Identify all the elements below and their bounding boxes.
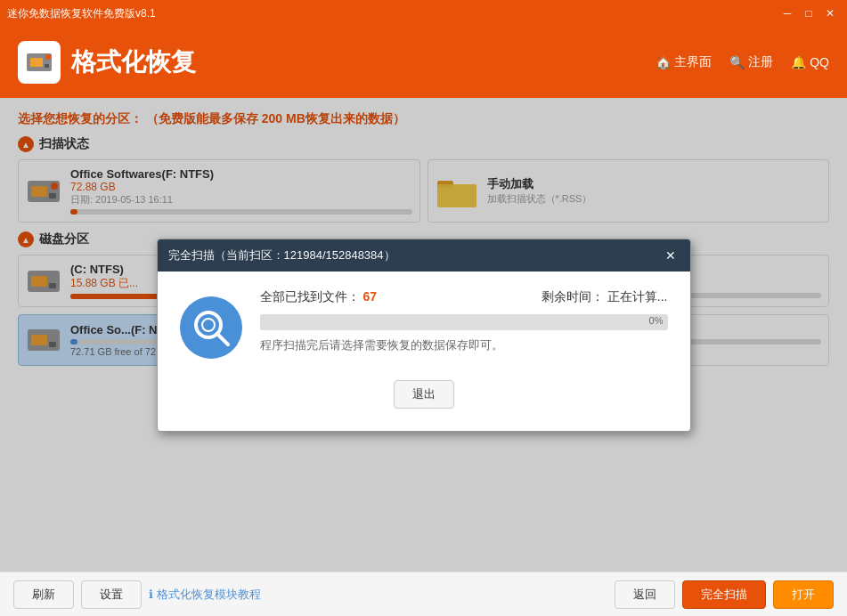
footer-left: 刷新 设置 ℹ 格式化恢复模块教程 — [13, 580, 261, 609]
nav-qq-label: QQ — [810, 55, 829, 69]
app-title: 迷你免数据恢复软件免费版v8.1 — [7, 6, 156, 21]
svg-rect-2 — [45, 64, 49, 68]
nav-register-label: 注册 — [748, 54, 773, 70]
main-content: 选择您想恢复的分区： （免费版能最多保存 200 MB恢复出来的数据） ▲ 扫描… — [0, 98, 847, 571]
nav-home-label: 主界面 — [674, 54, 712, 70]
scan-animation-icon — [180, 296, 242, 359]
app-icon — [18, 41, 61, 84]
files-found-label: 全部已找到文件： 67 — [260, 289, 377, 305]
progress-text: 0% — [649, 315, 664, 326]
title-bar: 迷你免数据恢复软件免费版v8.1 ─ □ ✕ — [0, 0, 847, 27]
svg-point-3 — [45, 54, 51, 60]
dialog-close-button[interactable]: ✕ — [662, 247, 680, 264]
dialog-info: 全部已找到文件： 67 剩余时间： 正在计算... 0% — [260, 289, 668, 367]
window-controls: ─ □ ✕ — [778, 5, 840, 21]
nav-home[interactable]: 🏠 主界面 — [656, 54, 712, 70]
nav-qq[interactable]: 🔔 QQ — [791, 55, 829, 69]
header-title: 格式化恢复 — [71, 45, 196, 79]
settings-button[interactable]: 设置 — [81, 580, 142, 609]
full-scan-button[interactable]: 完全扫描 — [682, 580, 766, 609]
dialog-exit-button[interactable]: 退出 — [394, 380, 454, 409]
qq-icon: 🔔 — [791, 55, 806, 69]
dialog-overlay: 完全扫描（当前扫区：121984/152848384） ✕ — [0, 98, 847, 571]
dialog-title-bar: 完全扫描（当前扫区：121984/152848384） ✕ — [158, 239, 690, 272]
back-button[interactable]: 返回 — [615, 580, 675, 609]
svg-line-24 — [217, 334, 228, 344]
nav-register[interactable]: 🔍 注册 — [729, 54, 773, 70]
header: 格式化恢复 🏠 主界面 🔍 注册 🔔 QQ — [0, 27, 847, 98]
dialog-body: 全部已找到文件： 67 剩余时间： 正在计算... 0% — [158, 272, 690, 431]
time-remaining-value: 正在计算... — [607, 289, 668, 304]
files-found-count: 67 — [362, 289, 377, 304]
register-icon: 🔍 — [729, 55, 745, 69]
svg-rect-1 — [30, 58, 43, 67]
footer-right: 返回 完全扫描 打开 — [615, 580, 834, 609]
header-nav: 🏠 主界面 🔍 注册 🔔 QQ — [656, 54, 829, 70]
progress-bar: 0% — [260, 314, 668, 330]
tutorial-label: 格式化恢复模块教程 — [157, 587, 261, 603]
dialog-title: 完全扫描（当前扫区：121984/152848384） — [168, 247, 395, 263]
maximize-button[interactable]: □ — [799, 5, 818, 21]
tutorial-link[interactable]: ℹ 格式化恢复模块教程 — [149, 580, 261, 609]
dialog-footer: 退出 — [180, 380, 668, 413]
open-button[interactable]: 打开 — [773, 580, 834, 609]
info-icon: ℹ — [149, 588, 153, 601]
close-button[interactable]: ✕ — [820, 5, 840, 21]
scan-dialog: 完全扫描（当前扫区：121984/152848384） ✕ — [157, 239, 691, 432]
logo-area: 格式化恢复 — [18, 41, 196, 84]
dialog-hint: 程序扫描完后请选择需要恢复的数据保存即可。 — [260, 337, 668, 353]
minimize-button[interactable]: ─ — [778, 5, 797, 21]
refresh-button[interactable]: 刷新 — [13, 580, 74, 609]
dialog-stats-row: 全部已找到文件： 67 剩余时间： 正在计算... — [260, 289, 668, 305]
home-icon: 🏠 — [656, 55, 671, 69]
dialog-main-row: 全部已找到文件： 67 剩余时间： 正在计算... 0% — [180, 289, 668, 367]
time-remaining-label: 剩余时间： 正在计算... — [542, 289, 668, 305]
svg-point-25 — [202, 319, 215, 331]
footer: 刷新 设置 ℹ 格式化恢复模块教程 返回 完全扫描 打开 — [0, 571, 847, 616]
